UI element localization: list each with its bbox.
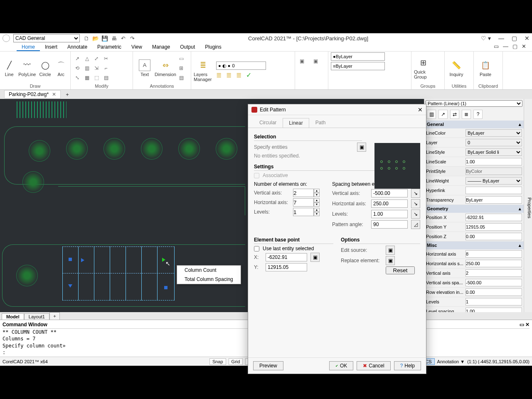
ok-button[interactable]: ✔OK [329, 361, 353, 370]
circle-button[interactable]: ◯Circle [38, 59, 52, 77]
color-combo[interactable]: ● ByLayer [331, 52, 385, 61]
prop-levsp[interactable] [466, 308, 522, 312]
layer-state-combo[interactable]: ● ◐ ● 0 [216, 62, 266, 70]
tab-home[interactable]: Home [17, 43, 40, 51]
tab-output[interactable]: Output [175, 43, 200, 51]
edit-source-button[interactable]: ▣ [386, 246, 395, 255]
line-button[interactable]: ╱Line [2, 59, 16, 77]
prop-transparency[interactable] [466, 196, 522, 204]
collapse-icon[interactable]: ▴ [519, 122, 521, 127]
vertical-axis-input[interactable] [293, 189, 314, 197]
tab-annotate[interactable]: Annotate [62, 43, 92, 51]
levels-input[interactable] [293, 208, 314, 216]
context-item-total-column-spacing[interactable]: Total Column Spacing [177, 275, 241, 284]
lineweight-combo[interactable]: ≡ ByLayer [331, 62, 385, 70]
collapse-ribbon-icon[interactable]: ▭ [494, 43, 499, 51]
paste-button[interactable]: 📋Paste [476, 59, 495, 77]
prop-lineweight[interactable]: ——— ByLayer [466, 177, 522, 185]
redo-icon[interactable]: ↷ [129, 35, 135, 42]
pick-basepoint[interactable]: ▣ [310, 253, 320, 262]
layers-manager-button[interactable]: ≣Layers Manager [194, 59, 212, 82]
spacing-levels-input[interactable] [371, 210, 408, 218]
inquiry-button[interactable]: 📏Inquiry [447, 59, 466, 77]
prop-layer[interactable]: 0 [466, 139, 522, 146]
dialog-tab-linear[interactable]: Linear [283, 118, 309, 128]
polyline-button[interactable]: 〰PolyLine [18, 59, 36, 77]
specify-entities-button[interactable]: ▣ [357, 143, 366, 152]
reset-button[interactable]: Reset [386, 266, 415, 274]
snap-toggle[interactable]: Snap [209, 358, 226, 365]
dimension-button[interactable]: ⇔Dimension [156, 59, 175, 77]
dialog-tab-circular[interactable]: Circular [253, 118, 283, 128]
prop-help-icon[interactable]: ? [473, 110, 483, 119]
cmd-dock-icon[interactable]: ▭ [520, 322, 524, 328]
property-selector[interactable]: Pattern (Linear) (1) [426, 100, 522, 107]
dialog-close-icon[interactable]: ✕ [418, 106, 423, 113]
prop-hyperlink[interactable] [466, 187, 522, 194]
save-icon[interactable]: 💾 [101, 35, 108, 42]
maximize-icon[interactable]: ▢ [512, 35, 517, 42]
ribbon-close-icon[interactable]: ✕ [522, 43, 526, 51]
prop-hax[interactable] [466, 250, 522, 258]
prop-tool-2[interactable]: ↗ [438, 110, 448, 119]
text-button[interactable]: AText [135, 59, 154, 77]
help-dropdown-icon[interactable]: ♡ ▾ [481, 35, 491, 42]
tab-view[interactable]: View [126, 43, 147, 51]
help-button[interactable]: ?Help [394, 361, 421, 370]
modify-tools[interactable]: ↗△⤢✂ ⟲▥⇲⌐ ⤡▦⬚▤ [73, 54, 110, 82]
pick-angle[interactable]: ◿ [411, 220, 420, 229]
pattern-angle-input[interactable] [371, 220, 408, 229]
prop-vaxs[interactable] [466, 279, 522, 286]
tab-manage[interactable]: Manage [147, 43, 175, 51]
close-icon[interactable]: ✕ [525, 35, 530, 42]
properties-sidebar-label[interactable]: Properties [524, 99, 532, 312]
base-y-input[interactable] [266, 263, 307, 271]
pick-lv-spacing[interactable]: ↘ [411, 209, 420, 219]
close-doc-icon[interactable]: ✕ [52, 91, 56, 97]
grid-toggle[interactable]: Grid [229, 358, 243, 365]
model-space-tab[interactable]: Model [2, 313, 24, 320]
undo-icon[interactable]: ↶ [120, 35, 126, 42]
document-tab[interactable]: Parking-P02.dwg*✕ [4, 90, 61, 99]
ribbon-minimize-icon[interactable]: — [503, 43, 508, 51]
prop-vax[interactable] [466, 269, 522, 277]
workspace-selector[interactable]: CAD General [13, 34, 80, 42]
prop-pos-y[interactable] [466, 223, 522, 231]
preview-button[interactable]: Preview [253, 361, 283, 370]
horizontal-axis-input[interactable] [293, 198, 314, 207]
tab-insert[interactable]: Insert [40, 43, 62, 51]
prop-pos-x[interactable] [466, 214, 522, 221]
prop-linecolor[interactable]: ByLayer [466, 129, 522, 137]
cmd-close-icon[interactable]: ✕ [525, 322, 530, 328]
pick-h-spacing[interactable]: ↘ [411, 199, 420, 208]
pick-v-spacing[interactable]: ↘ [411, 189, 420, 198]
cancel-button[interactable]: ✖Cancel [357, 361, 390, 370]
print-icon[interactable]: 🖶 [111, 35, 117, 42]
dialog-tab-path[interactable]: Path [309, 118, 332, 128]
quick-group-button[interactable]: ⊞Quick Group [414, 57, 432, 79]
prop-tool-3[interactable]: ⇄ [450, 110, 459, 119]
prop-linescale[interactable] [466, 158, 522, 165]
base-x-input[interactable] [266, 253, 307, 261]
open-icon[interactable]: 📂 [92, 35, 99, 42]
prop-haxs[interactable] [466, 260, 522, 267]
new-icon[interactable]: 🗋 [83, 35, 90, 42]
ribbon-restore-icon[interactable]: ▢ [512, 43, 517, 51]
prop-tool-1[interactable]: ▥ [427, 110, 436, 119]
prop-rowel[interactable] [466, 288, 522, 296]
prop-linestyle[interactable]: ByLayer Solid li [466, 148, 522, 156]
layout1-tab[interactable]: Layout1 [24, 313, 49, 320]
add-tab-button[interactable]: ＋ [63, 91, 71, 98]
add-layout-button[interactable]: ＋ [49, 312, 60, 320]
context-item-column-count[interactable]: Column Count [177, 266, 241, 275]
prop-lev[interactable] [466, 298, 522, 305]
spacing-vertical-input[interactable] [371, 189, 408, 197]
arc-button[interactable]: ⌒Arc [54, 59, 68, 77]
tab-parametric[interactable]: Parametric [92, 43, 126, 51]
minimize-icon[interactable]: — [498, 35, 504, 42]
annotation-scale[interactable]: Annotation ▼ [437, 359, 465, 364]
prop-tool-4[interactable]: ≣ [462, 110, 471, 119]
tab-plugins[interactable]: Plugins [200, 43, 226, 51]
spacing-horizontal-input[interactable] [371, 200, 408, 208]
use-last-checkbox[interactable] [254, 246, 259, 251]
